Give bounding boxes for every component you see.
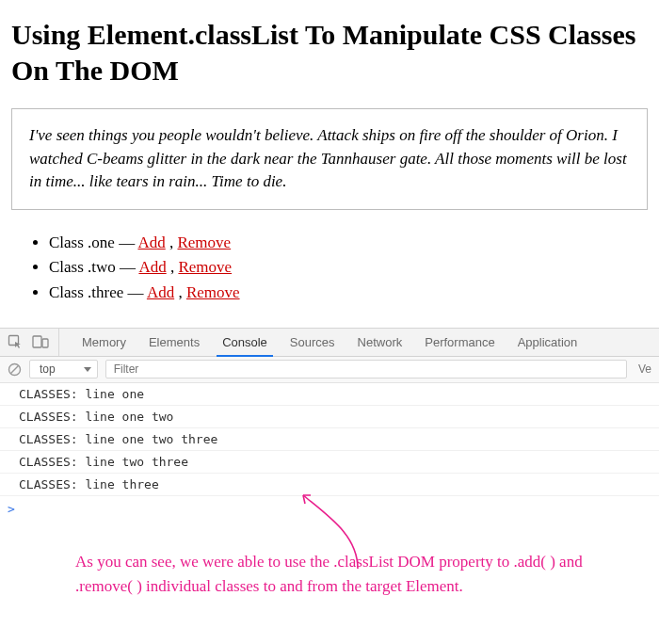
add-link[interactable]: Add [137,233,165,251]
remove-link[interactable]: Remove [177,233,231,251]
verbose-label: Ve [635,362,651,376]
inspect-icon[interactable] [8,334,23,349]
device-toggle-icon[interactable] [32,334,49,349]
devtools-panel: Memory Elements Console Sources Network … [0,328,659,619]
quote-box: I've seen things you people wouldn't bel… [11,108,648,210]
console-output: CLASSES: line one CLASSES: line one two … [0,383,659,522]
svg-rect-1 [33,336,41,347]
console-line: CLASSES: line one two three [0,428,659,451]
console-line: CLASSES: line one [0,383,659,406]
console-prompt[interactable]: > [0,496,659,522]
clear-console-icon[interactable] [8,362,22,377]
console-line: CLASSES: line two three [0,451,659,474]
tab-console[interactable]: Console [211,329,279,356]
list-item: Class .three — Add , Remove [49,281,648,305]
add-link[interactable]: Add [138,258,166,276]
class-label: Class .three [49,283,123,301]
class-label: Class .two [49,258,116,276]
tab-network[interactable]: Network [346,329,414,356]
chevron-down-icon [84,367,91,372]
class-label: Class .one [49,233,115,251]
tab-sources[interactable]: Sources [279,329,346,356]
context-selector[interactable]: top [29,360,98,378]
tab-memory[interactable]: Memory [71,329,137,356]
class-toggle-list: Class .one — Add , Remove Class .two — A… [11,231,648,305]
devtools-filterbar: top Ve [0,357,659,383]
list-item: Class .two — Add , Remove [49,255,648,280]
list-item: Class .one — Add , Remove [49,231,648,255]
annotation-text: As you can see, we were able to use the … [75,550,621,600]
console-line: CLASSES: line three [0,474,659,496]
annotation: As you can see, we were able to use the … [0,522,659,619]
svg-line-4 [10,365,18,373]
tab-performance[interactable]: Performance [413,329,506,356]
tab-application[interactable]: Application [506,329,589,356]
devtools-tabbar: Memory Elements Console Sources Network … [0,329,659,357]
svg-rect-2 [42,339,48,347]
console-line: CLASSES: line one two [0,406,659,428]
remove-link[interactable]: Remove [178,258,232,276]
add-link[interactable]: Add [147,283,174,301]
context-label: top [40,362,56,376]
remove-link[interactable]: Remove [186,283,240,301]
page-title: Using Element.classList To Manipulate CS… [11,17,648,88]
console-filter-input[interactable] [105,360,627,378]
tab-elements[interactable]: Elements [137,329,211,356]
